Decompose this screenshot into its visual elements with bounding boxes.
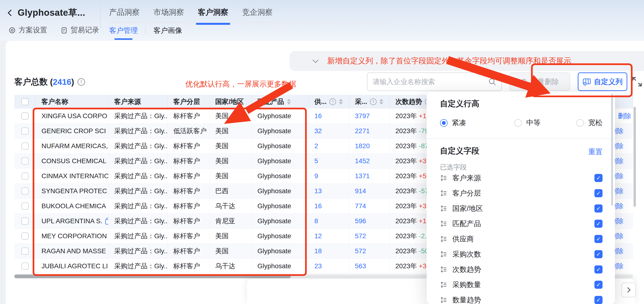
row-height-option-中等[interactable]: 中等 xyxy=(514,118,540,128)
cell-text: 乌干达 xyxy=(215,202,235,210)
row-checkbox[interactable] xyxy=(22,142,28,150)
table-row: RAGAN AND MASSE采购过产品：Gly...标杆客户美国Glyphos… xyxy=(14,244,490,259)
search-input[interactable] xyxy=(373,78,488,86)
sort-icon[interactable] xyxy=(339,99,343,104)
row-checkbox[interactable] xyxy=(22,232,28,240)
row-checkbox[interactable] xyxy=(22,128,28,134)
count-link[interactable]: 18 xyxy=(314,247,322,255)
field-checkbox[interactable] xyxy=(594,266,602,274)
customer-tier-cell: 标杆客户 xyxy=(168,229,210,244)
drag-handle-icon[interactable] xyxy=(440,190,447,197)
row-checkbox[interactable] xyxy=(22,262,28,270)
info-icon[interactable]: ! xyxy=(370,98,376,105)
count-link[interactable]: 8 xyxy=(314,217,318,225)
field-checkbox[interactable] xyxy=(594,189,602,197)
drag-handle-icon[interactable] xyxy=(440,251,447,258)
info-icon[interactable]: ! xyxy=(78,78,85,86)
customer-tier-cell: 标杆客户 xyxy=(168,214,210,228)
row-checkbox[interactable] xyxy=(22,188,28,195)
count-link[interactable]: 572 xyxy=(355,247,366,255)
count-link[interactable]: 13 xyxy=(314,187,322,195)
count-link[interactable]: 5 xyxy=(314,157,318,165)
field-checkbox[interactable] xyxy=(594,220,602,228)
row-checkbox[interactable] xyxy=(22,112,28,120)
horizontal-scroll-thumb[interactable] xyxy=(14,274,291,278)
search-icon[interactable] xyxy=(488,78,496,86)
sort-icon[interactable] xyxy=(380,99,383,104)
field-checkbox[interactable] xyxy=(594,174,602,182)
column-header-匹配产品[interactable]: 匹配产品 xyxy=(252,95,309,109)
drag-handle-icon[interactable] xyxy=(440,174,447,182)
field-checkbox[interactable] xyxy=(594,204,602,212)
fullscreen-expand-icon[interactable] xyxy=(632,76,642,87)
count-link[interactable]: 32 xyxy=(314,127,322,135)
select-all-checkbox[interactable] xyxy=(22,98,28,105)
row-checkbox[interactable] xyxy=(22,158,28,165)
field-checkbox[interactable] xyxy=(594,281,602,289)
customer-source-cell: 采购过产品：Gly... xyxy=(108,109,168,124)
cell-text: 标杆客户 xyxy=(173,202,200,210)
count-link[interactable]: 774 xyxy=(355,202,366,210)
trend-year: 2023年 xyxy=(396,172,417,180)
next-page-button[interactable] xyxy=(621,282,636,297)
tab-市场洞察[interactable]: 市场洞察 xyxy=(154,7,184,20)
count-link[interactable]: 16 xyxy=(314,112,322,120)
tab-客户洞察[interactable]: 客户洞察 xyxy=(198,7,228,20)
count-link[interactable]: 563 xyxy=(355,262,366,270)
drag-handle-icon[interactable] xyxy=(440,281,447,288)
drag-handle-icon[interactable] xyxy=(440,205,447,212)
row-checkbox[interactable] xyxy=(22,202,28,210)
copy-icon[interactable] xyxy=(105,218,108,225)
column-header-供...[interactable]: 供...! xyxy=(309,95,349,109)
trend-year: 2023年 xyxy=(396,156,417,166)
custom-columns-button[interactable]: 自定义列 xyxy=(578,72,627,91)
row-checkbox[interactable] xyxy=(22,218,28,225)
reset-link[interactable]: 重置 xyxy=(588,147,602,157)
cell-text: 采购过产品：Gly... xyxy=(114,202,168,210)
drag-handle-icon[interactable] xyxy=(440,266,447,273)
panel-scroll-thumb[interactable] xyxy=(611,94,613,206)
field-checkbox[interactable] xyxy=(594,235,602,243)
matched-product-cell: Glyphosate xyxy=(252,139,309,154)
info-icon[interactable]: ! xyxy=(330,98,336,105)
field-checkbox[interactable] xyxy=(594,296,602,304)
drag-handle-icon[interactable] xyxy=(440,220,447,227)
count-link[interactable]: 1820 xyxy=(355,142,370,150)
trade-records-button[interactable]: 贸易记录 xyxy=(60,25,99,35)
row-action-cell: 删除 xyxy=(614,259,633,274)
count-link[interactable]: 1371 xyxy=(355,172,370,180)
count-link[interactable]: 23 xyxy=(314,262,322,270)
count-link[interactable]: 12 xyxy=(314,232,322,240)
row-height-option-紧凑[interactable]: 紧凑 xyxy=(440,118,466,128)
subtab-客户画像[interactable]: 客户画像 xyxy=(154,26,182,36)
count-link[interactable]: 1452 xyxy=(355,157,370,165)
sort-icon[interactable] xyxy=(287,99,291,104)
subtab-客户管理[interactable]: 客户管理 xyxy=(109,26,138,36)
vertical-scroll-thumb[interactable] xyxy=(634,107,636,207)
row-checkbox-cell xyxy=(14,244,36,258)
row-checkbox[interactable] xyxy=(22,172,28,180)
purchase-count-cell: 1452 xyxy=(349,154,390,168)
drag-handle-icon[interactable] xyxy=(440,296,447,304)
count-link[interactable]: 9 xyxy=(314,172,318,180)
count-link[interactable]: 914 xyxy=(355,187,366,195)
tab-竞企洞察[interactable]: 竞企洞察 xyxy=(242,7,273,20)
count-link[interactable]: 16 xyxy=(314,202,322,210)
column-header-采...[interactable]: 采...! xyxy=(349,95,390,109)
delete-link[interactable]: 删除 xyxy=(618,112,631,120)
count-link[interactable]: 2271 xyxy=(355,127,370,135)
field-checkbox[interactable] xyxy=(594,250,602,258)
count-link[interactable]: 572 xyxy=(355,232,366,240)
chevron-down-icon[interactable] xyxy=(312,57,318,63)
row-checkbox[interactable] xyxy=(22,248,28,255)
tab-产品洞察[interactable]: 产品洞察 xyxy=(109,7,140,20)
scheme-settings-button[interactable]: 方案设置 xyxy=(8,25,47,35)
drag-handle-icon[interactable] xyxy=(440,236,447,242)
row-height-option-宽松[interactable]: 宽松 xyxy=(576,118,602,128)
batch-delete-button[interactable]: 批量删除 xyxy=(509,72,570,91)
count-link[interactable]: 3797 xyxy=(355,112,370,120)
table-vertical-scrollbar[interactable] xyxy=(633,105,636,274)
count-link[interactable]: 2 xyxy=(314,142,318,150)
count-link[interactable]: 596 xyxy=(355,217,366,225)
back-button[interactable]: Glyphosate草... xyxy=(8,7,85,19)
